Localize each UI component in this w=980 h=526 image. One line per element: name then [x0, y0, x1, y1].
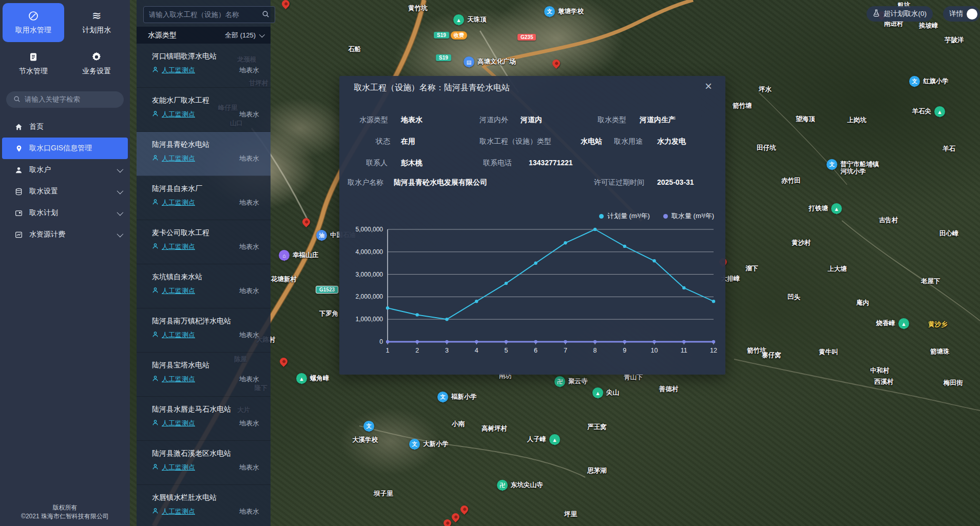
school-marker-icon[interactable]: 文: [363, 421, 374, 432]
mountain-marker-icon[interactable]: ▲: [549, 434, 560, 445]
user-icon: [14, 166, 23, 174]
station-name: 麦卡公司取水工程: [152, 228, 259, 238]
gas-marker-icon[interactable]: 油: [316, 230, 327, 241]
station-list-item[interactable]: 陆河县激石溪老区水电站人工监测点地表水: [137, 441, 271, 485]
billing-icon: [14, 230, 23, 239]
map-place-label: 中和村: [870, 366, 890, 375]
monitor-point-link[interactable]: 人工监测点: [162, 463, 195, 472]
map-place-label: 善德村: [659, 385, 679, 394]
app-tile-2[interactable]: ≋计划用水: [66, 3, 128, 42]
hotel-marker-icon[interactable]: ⌂: [279, 250, 290, 261]
card-icon: [14, 209, 23, 218]
station-search-input[interactable]: 请输入取水工程（设施）名称: [143, 6, 275, 23]
school-marker-icon[interactable]: 文: [409, 439, 420, 450]
school-marker-icon[interactable]: 文: [909, 76, 920, 87]
mountain-marker-icon[interactable]: ▲: [934, 106, 945, 117]
station-list-item[interactable]: 陆河县水唇走马石水电站人工监测点地表水: [137, 397, 271, 441]
map-place-label: 黄沙村: [792, 239, 811, 247]
building-marker-icon[interactable]: ▤: [464, 56, 474, 67]
station-list-item[interactable]: 东坑镇自来水站人工监测点地表水: [137, 264, 271, 308]
person-icon: [152, 463, 159, 472]
monitor-point-link[interactable]: 人工监测点: [162, 242, 195, 251]
sidebar-item-2[interactable]: 取水口GIS信息管理: [2, 138, 128, 159]
map-place-label: 田心嶂: [939, 229, 959, 238]
school-marker-icon[interactable]: 文: [827, 159, 837, 170]
station-list-item[interactable]: 水唇镇水栏肚水电站人工监测点地表水: [137, 485, 271, 526]
sidebar-item-4[interactable]: 取水设置: [0, 181, 130, 202]
temple-marker-icon[interactable]: 卍: [554, 376, 565, 387]
map-place-label: 老屋下: [921, 277, 940, 286]
map-poi-label: 烧香嶂: [876, 320, 896, 327]
tile-label: 计划用水: [82, 26, 111, 35]
over-plan-intake-pill[interactable]: 超计划取水(0): [867, 6, 933, 22]
svg-text:7: 7: [564, 347, 567, 354]
person-icon: [152, 286, 159, 296]
station-list-item[interactable]: 麦卡公司取水工程人工监测点地表水: [137, 220, 271, 264]
search-icon[interactable]: [262, 10, 270, 20]
svg-text:1: 1: [386, 347, 390, 354]
svg-text:3,000,000: 3,000,000: [356, 271, 383, 278]
map-place-label: 箭竹塘: [733, 102, 752, 110]
station-list-item[interactable]: 陆河县青砼水电站人工监测点地表水: [137, 132, 271, 176]
station-name: 陆河县宝塔水电站: [152, 361, 259, 370]
road-badge: S19: [434, 32, 449, 38]
monitor-point-link[interactable]: 人工监测点: [162, 419, 195, 428]
sidebar-item-3[interactable]: 取水户: [0, 159, 130, 181]
map-poi-label: 普宁市船埔镇河坑小学: [840, 161, 879, 175]
mountain-marker-icon[interactable]: ▲: [831, 203, 842, 214]
station-list-item[interactable]: 友能水厂取水工程人工监测点地表水: [137, 88, 271, 132]
toggle-knob-icon[interactable]: [967, 9, 977, 20]
app-tile-3[interactable]: 节水管理: [3, 44, 64, 83]
sidebar-item-6[interactable]: 水资源计费: [0, 224, 130, 245]
map-place-label: 坝子里: [374, 490, 393, 498]
app-tile-4[interactable]: 业务设置: [66, 44, 128, 83]
station-list-item[interactable]: 河口镇唱歌潭水电站人工监测点地表水: [137, 44, 271, 88]
detail-toggle[interactable]: 详情: [943, 6, 980, 22]
monitor-point-link[interactable]: 人工监测点: [162, 110, 195, 119]
map-poi-label: 东坑尖山寺: [511, 481, 543, 489]
station-meta-row: 人工监测点地表水: [152, 242, 259, 251]
flask-icon: [873, 9, 880, 18]
map-place-label: 溜下: [745, 264, 758, 273]
sidebar-item-1[interactable]: 首页: [0, 116, 130, 138]
sidebar-item-5[interactable]: 取水计划: [0, 202, 130, 224]
water-source-type: 地表水: [239, 110, 259, 119]
map-place-label: 石船: [348, 45, 361, 54]
monitor-point-link[interactable]: 人工监测点: [162, 286, 195, 296]
monthly-volume-chart: 01,000,0002,000,0003,000,0004,000,0005,0…: [339, 76, 725, 375]
station-list-item[interactable]: 陆河县南万镇杞洋水电站人工监测点地表水: [137, 308, 271, 353]
station-meta-row: 人工监测点地表水: [152, 463, 259, 472]
station-name: 水唇镇水栏肚水电站: [152, 493, 259, 502]
school-marker-icon[interactable]: 文: [437, 392, 448, 402]
chevron-down-icon: [259, 31, 265, 37]
svg-text:9: 9: [623, 347, 626, 354]
monitor-point-link[interactable]: 人工监测点: [162, 330, 195, 340]
map-place-label: 挨坡嶂: [919, 22, 938, 30]
filter-value-dropdown[interactable]: 全部 (125): [225, 31, 263, 40]
person-icon: [152, 330, 159, 340]
mountain-marker-icon[interactable]: ▲: [898, 318, 909, 329]
station-list-item[interactable]: 陆河县自来水厂人工监测点地表水: [137, 176, 271, 220]
road-badge: G235: [517, 34, 536, 41]
station-list-item[interactable]: 陆河县宝塔水电站人工监测点地表水: [137, 353, 271, 397]
person-icon: [152, 375, 159, 384]
water-source-type: 地表水: [239, 507, 259, 516]
school-marker-icon[interactable]: 文: [544, 6, 555, 17]
mountain-marker-icon[interactable]: ▲: [296, 373, 307, 384]
monitor-point-link[interactable]: 人工监测点: [162, 507, 195, 516]
mountain-marker-icon[interactable]: ▲: [453, 14, 464, 25]
app-tile-1[interactable]: 取用水管理: [3, 3, 64, 42]
monitor-point-link[interactable]: 人工监测点: [162, 66, 195, 75]
notebook-icon: [28, 51, 39, 63]
monitor-point-link[interactable]: 人工监测点: [162, 375, 195, 384]
monitor-point-link[interactable]: 人工监测点: [162, 154, 195, 163]
svg-text:10: 10: [651, 347, 658, 354]
water-source-type: 地表水: [239, 154, 259, 163]
temple-marker-icon[interactable]: 卍: [497, 480, 508, 491]
mountain-marker-icon[interactable]: ▲: [592, 387, 603, 398]
map-place-label: 黄沙乡: [928, 320, 948, 329]
monitor-point-link[interactable]: 人工监测点: [162, 198, 195, 207]
keyword-search-input[interactable]: 请输入关键字检索: [6, 91, 124, 108]
map-place-label: 黄竹坑: [408, 4, 428, 13]
chevron-down-icon: [117, 209, 124, 216]
